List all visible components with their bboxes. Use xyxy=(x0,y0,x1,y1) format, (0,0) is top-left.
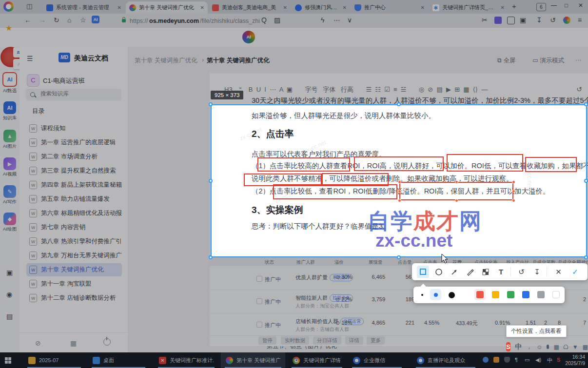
split-view-icon[interactable]: ◫ xyxy=(26,2,32,10)
ai-extension-icon[interactable]: AI xyxy=(92,16,99,23)
sidebar-item-chapter-selected[interactable]: W第十章 关键词推广优化 xyxy=(26,263,122,276)
sidebar-item-chapter[interactable]: W第七章 内容营销 xyxy=(26,221,122,234)
undo-button[interactable]: ↺ xyxy=(515,266,528,278)
sidebar-item-ai-video[interactable]: ▶ AI视频 xyxy=(0,157,20,177)
lightning-icon[interactable]: ϟ xyxy=(321,16,324,24)
tray-ime-icon[interactable]: 中 xyxy=(547,357,552,364)
sidebar-item-chapter[interactable]: W第十二章 店铺诊断数据分析 xyxy=(26,291,122,305)
fullscreen-button[interactable]: ⧉ 全屏 xyxy=(497,57,515,65)
tab-close-icon[interactable]: ✕ xyxy=(200,5,204,10)
sidebar-item-chapter[interactable]: W第十一章 淘宝联盟 xyxy=(26,277,122,291)
cancel-capture-button[interactable]: ✕ xyxy=(552,266,565,278)
rectangle-tool-button[interactable] xyxy=(417,266,429,278)
ime-person-icon[interactable] xyxy=(564,344,568,350)
breadcrumb-parent[interactable]: 第十章 关键词推广优化 xyxy=(135,57,197,65)
tray-mic-icon[interactable]: ¶ xyxy=(515,357,518,363)
taskbar-clock[interactable]: 16:34 2025/7/9 xyxy=(565,354,585,367)
zoom-page-icon[interactable]: Q xyxy=(261,16,267,24)
more-actions-button[interactable]: ··· xyxy=(575,57,582,63)
ime-lang-icon[interactable]: 中 xyxy=(515,343,522,351)
sidebar-item-chapter[interactable]: W第八章 热浪引擎和付费推广引 xyxy=(26,235,122,248)
window-close-button[interactable]: ✕ xyxy=(578,2,583,9)
color-yellow[interactable] xyxy=(492,291,499,298)
present-mode-button[interactable]: ▭ 演示模式 xyxy=(532,57,564,65)
tab-close-icon[interactable]: ✕ xyxy=(283,5,287,10)
workspace-name[interactable]: C1-电商运营班 xyxy=(43,77,85,85)
translate-extension-icon[interactable] xyxy=(494,17,502,24)
new-tab-button[interactable]: + xyxy=(512,2,516,10)
puzzle-icon[interactable]: ▣ xyxy=(6,269,13,276)
window-minimize-button[interactable]: — xyxy=(551,2,557,9)
browser-tab[interactable]: 修强澳门风云_百度搜索 ✕ xyxy=(292,1,350,14)
hamburger-icon[interactable]: ☰ xyxy=(27,55,33,62)
bookmark-icon[interactable]: ☆ xyxy=(80,16,86,24)
knowledge-search-input[interactable] xyxy=(39,90,119,97)
selection-handle[interactable] xyxy=(209,255,213,259)
color-blue[interactable] xyxy=(522,291,529,298)
sidebar-item-chapter[interactable]: W第二章 市场调查分析 xyxy=(26,150,122,163)
taskbar-item-live-comments[interactable]: 直播评论及观众 xyxy=(412,352,479,368)
taskbar-item-chrome[interactable]: 关键词推广详情页... xyxy=(288,352,346,368)
selection-handle[interactable] xyxy=(397,255,401,259)
browser-logo-icon[interactable] xyxy=(3,1,14,12)
selection-handle[interactable] xyxy=(584,255,588,259)
edit-disabled-icon[interactable]: ⊘ xyxy=(35,339,41,347)
browser-tab-active[interactable]: 第十章 关键词推广优化 ✕ xyxy=(126,1,208,14)
sogou-logo-icon[interactable]: S xyxy=(506,342,510,351)
color-green[interactable] xyxy=(507,291,514,298)
sidebar-item-ai-image[interactable]: ▲ AI图片 xyxy=(0,130,20,150)
download-icon[interactable]: ↧ xyxy=(536,16,542,24)
taskbar-item-doc-active[interactable]: 第十章 关键词推广... xyxy=(221,352,285,368)
scissors-icon[interactable]: ✂ xyxy=(482,16,488,24)
sidebar-item-chapter[interactable]: W第一章 运营推广的底层逻辑 xyxy=(26,136,122,149)
tray-speaker-icon[interactable]: ◀) xyxy=(535,357,541,363)
color-red-selected[interactable] xyxy=(476,291,484,298)
more-tools-icon[interactable]: ⋯ xyxy=(333,16,340,24)
window-restore-button[interactable]: □ xyxy=(565,2,568,9)
reload-icon[interactable]: ↻ xyxy=(54,16,59,24)
tab-close-icon[interactable]: ✕ xyxy=(501,5,505,10)
taskbar-item-folder[interactable]: 2025-07 xyxy=(23,352,85,368)
browser-tab[interactable]: ∗ 关键词推广详情页_万相 ✕ xyxy=(429,1,508,14)
profile-icon[interactable] xyxy=(563,17,570,24)
ime-skin-icon[interactable]: ▼ xyxy=(572,344,578,350)
mosaic-tool-button[interactable] xyxy=(479,266,491,278)
text-tool-button[interactable]: T xyxy=(495,266,507,278)
color-white[interactable] xyxy=(552,291,560,298)
sidebar-item-ai-writing[interactable]: ✎ AI写作 xyxy=(0,185,20,205)
undo-icon[interactable]: ↺ xyxy=(576,85,582,93)
stroke-large-dot[interactable] xyxy=(449,292,455,298)
power-icon[interactable] xyxy=(103,338,111,346)
ime-emoji-icon[interactable]: ☺ xyxy=(536,344,542,350)
ime-punct-icon[interactable]: ， xyxy=(526,343,532,351)
stroke-small-dot[interactable] xyxy=(421,294,423,296)
sidebar-item-chapter[interactable]: W第九章 万相台无界关键词推广 xyxy=(26,249,122,262)
color-gray[interactable] xyxy=(537,291,545,298)
tray-shield-icon[interactable] xyxy=(504,357,510,363)
browser-tab[interactable]: 系统管理 - 美迪云管理 ✕ xyxy=(43,1,125,14)
confirm-capture-button[interactable]: ✓ xyxy=(569,266,581,278)
pen-tool-button[interactable] xyxy=(464,266,476,278)
settings-disc-icon[interactable]: ◉ xyxy=(6,291,12,298)
selection-handle[interactable] xyxy=(209,179,213,183)
extension-count-badge[interactable]: 6 xyxy=(536,3,546,11)
ssl-lock-icon[interactable] xyxy=(122,19,126,22)
tray-display-icon[interactable]: ▭ xyxy=(525,357,529,363)
sidebar-item-chapter[interactable]: W第四章 新品上架获取流量秘籍 xyxy=(26,178,122,192)
url-host[interactable]: os.medeyun.com xyxy=(149,18,199,24)
briefcase-icon[interactable]: ▤ xyxy=(6,312,13,320)
tab-close-icon[interactable]: ✕ xyxy=(118,5,121,10)
start-button[interactable] xyxy=(0,352,21,368)
ellipse-tool-button[interactable] xyxy=(432,266,445,278)
stroke-medium-dot-selected[interactable] xyxy=(434,293,438,297)
editor-toolbar[interactable]: H3 “ B U I ⋯ A ▣ 字号 字体 行高 ☰ ☷ ☑ ≡ ☱ ◎ ⊘ … xyxy=(224,85,566,94)
star-bookmark-icon[interactable]: ★ xyxy=(5,23,12,33)
image-tool-icon[interactable]: ▨ xyxy=(274,16,280,24)
sidebar-item-chapter[interactable]: W第五章 助力店铺流量爆发 xyxy=(26,193,122,206)
selection-handle[interactable] xyxy=(209,102,213,106)
ime-mic-icon[interactable] xyxy=(547,344,549,350)
menu-icon[interactable]: ≡ xyxy=(578,16,582,24)
download-button[interactable]: ↧ xyxy=(531,266,543,278)
sidebar-item-chapter[interactable]: W课程须知 xyxy=(26,122,122,135)
ime-grid-icon[interactable]: ▩ xyxy=(583,344,588,350)
